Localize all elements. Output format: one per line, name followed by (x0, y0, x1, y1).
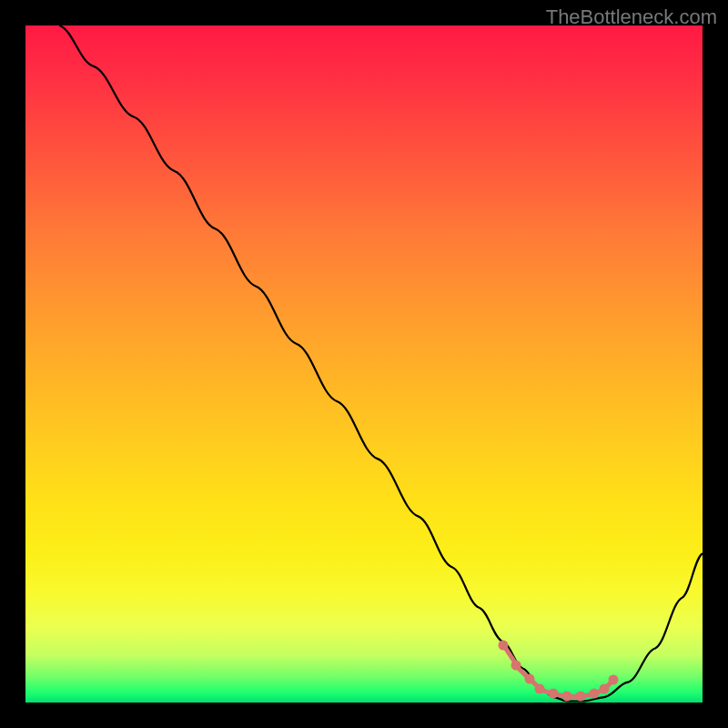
highlight-dot (600, 684, 610, 694)
highlight-dot (549, 689, 559, 699)
highlight-dot (589, 689, 599, 699)
chart-area (25, 25, 703, 703)
highlight-dot (576, 692, 586, 702)
highlight-dot (608, 675, 618, 685)
watermark-text: TheBottleneck.com (546, 5, 717, 29)
highlight-dot (525, 673, 535, 683)
highlight-dot (535, 684, 545, 694)
highlight-dot (562, 692, 572, 702)
highlight-dot (498, 640, 508, 650)
highlight-dot (511, 661, 521, 671)
main-curve (59, 25, 703, 702)
curve-svg (25, 25, 703, 703)
